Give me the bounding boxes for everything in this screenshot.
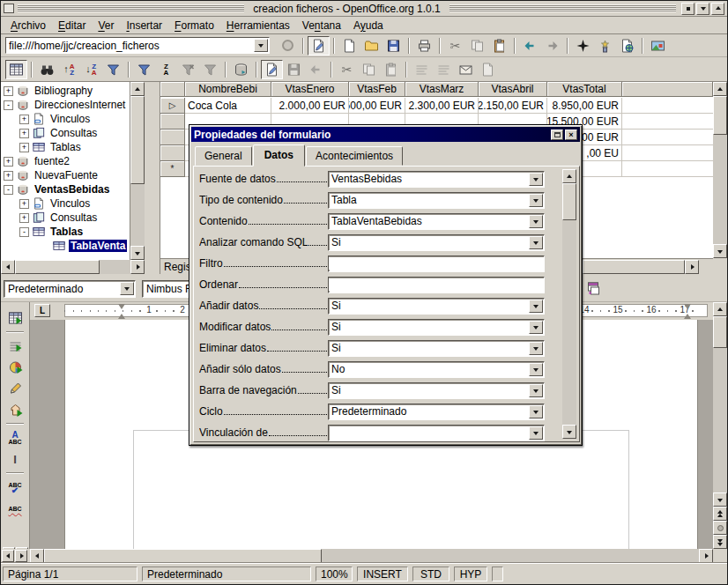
paste-button[interactable] xyxy=(488,36,510,56)
dropdown-button[interactable] xyxy=(529,300,543,313)
document-vertical-scrollbar[interactable] xyxy=(713,302,727,549)
apply-filter-button[interactable] xyxy=(199,60,221,79)
scroll-up-button[interactable] xyxy=(713,302,727,316)
expander[interactable]: - xyxy=(4,185,13,195)
table-cell[interactable]: 2.000,00 EUR xyxy=(271,98,349,114)
url-dropdown-button[interactable] xyxy=(254,39,268,52)
tree-item-tablas[interactable]: -Tablas xyxy=(1,225,130,239)
dialog-scrollbar[interactable] xyxy=(562,169,576,439)
bullets-button[interactable] xyxy=(583,279,605,299)
menu-ayuda[interactable]: Ayuda xyxy=(347,18,390,33)
expander[interactable]: + xyxy=(4,171,13,181)
anadir-datos-combobox[interactable]: Si xyxy=(328,298,545,315)
dialog-close-button[interactable]: × xyxy=(565,130,577,140)
menu-herramientas[interactable]: Herramientas xyxy=(220,18,296,33)
tree-item-tablas[interactable]: +Tablas xyxy=(1,140,130,154)
ciclo-combobox[interactable]: Predeterminado xyxy=(328,404,545,420)
menu-archivo[interactable]: Archivo xyxy=(4,18,52,33)
paragraph-style-combobox[interactable]: Predeterminado xyxy=(4,280,136,298)
standard-filter-button[interactable] xyxy=(133,60,155,79)
copy-button[interactable] xyxy=(358,60,380,79)
expander[interactable]: + xyxy=(19,199,29,209)
tab-type-selector[interactable]: L xyxy=(34,304,50,317)
tree-horizontal-scrollbar[interactable] xyxy=(1,260,145,274)
dialog-title-bar[interactable]: Propiedades del formulario × xyxy=(191,127,580,142)
tab-acontecimientos[interactable]: Acontecimientos xyxy=(306,146,403,166)
expander[interactable]: + xyxy=(4,157,13,167)
find-record-button[interactable] xyxy=(36,60,58,79)
tree-vertical-scrollbar[interactable] xyxy=(130,82,145,260)
refresh-button[interactable] xyxy=(230,60,252,79)
dropdown-button[interactable] xyxy=(529,173,543,186)
dropdown-button[interactable] xyxy=(529,384,543,397)
window-icon[interactable] xyxy=(4,4,14,13)
barra-navegacion-combobox[interactable]: Si xyxy=(328,382,545,399)
menu-ver[interactable]: Ver xyxy=(92,18,120,33)
selection-mode-indicator[interactable]: STD xyxy=(412,566,449,581)
menu-insertar[interactable]: Insertar xyxy=(120,18,168,33)
expander[interactable]: + xyxy=(19,213,29,223)
dropdown-button[interactable] xyxy=(529,215,543,228)
draw-functions-button[interactable] xyxy=(4,378,26,399)
open-button[interactable] xyxy=(360,36,383,56)
scrollbar-thumb[interactable] xyxy=(562,183,576,220)
row-marker[interactable] xyxy=(160,114,185,130)
undo-button[interactable] xyxy=(519,36,541,56)
scroll-right-button[interactable] xyxy=(130,260,145,274)
expander[interactable]: - xyxy=(19,227,29,237)
column-header-vtasenero[interactable]: VtasEnero xyxy=(271,82,349,97)
hyperlink-dialog-button[interactable] xyxy=(616,36,638,56)
tree-item-consultas[interactable]: +Consultas xyxy=(1,211,130,225)
cut-button[interactable]: ✂ xyxy=(336,60,358,79)
row-marker[interactable] xyxy=(160,130,185,145)
indent-marker[interactable] xyxy=(118,304,125,319)
scroll-down-button[interactable] xyxy=(713,244,727,258)
tree-item-vinculos[interactable]: +Vinculos xyxy=(1,112,130,126)
direct-cursor-button[interactable]: I xyxy=(4,448,26,470)
row-marker[interactable]: ▷ xyxy=(160,98,185,114)
menu-ventana[interactable]: Ventana xyxy=(296,18,347,33)
eliminar-datos-combobox[interactable]: Si xyxy=(328,340,545,357)
style-dropdown-button[interactable] xyxy=(120,282,134,295)
minimize-button[interactable] xyxy=(681,3,695,15)
scrollbar-thumb[interactable] xyxy=(713,96,727,135)
page-style-indicator[interactable]: Predeterminado xyxy=(142,566,311,581)
stylist-button[interactable] xyxy=(594,36,616,56)
scroll-down-button[interactable] xyxy=(713,492,727,507)
cut-button[interactable]: ✂ xyxy=(444,36,466,56)
filtro-input[interactable] xyxy=(329,257,544,270)
contenido-combobox[interactable]: TablaVentaBebidas xyxy=(328,213,545,230)
dropdown-button[interactable] xyxy=(529,426,543,440)
dropdown-button[interactable] xyxy=(529,236,543,249)
current-document-button[interactable] xyxy=(477,60,499,79)
expander[interactable]: + xyxy=(19,143,29,152)
tree-item-consultas[interactable]: +Consultas xyxy=(1,126,130,140)
dropdown-button[interactable] xyxy=(529,363,543,376)
new-record-marker[interactable]: * xyxy=(160,161,185,177)
insert-mode-indicator[interactable]: INSERT xyxy=(357,566,408,581)
dropdown-button[interactable] xyxy=(529,405,543,418)
insert-table-button[interactable] xyxy=(4,307,26,329)
column-header-vtasfeb[interactable]: VtasFeb xyxy=(349,82,405,97)
anadir-solo-datos-combobox[interactable]: No xyxy=(328,361,545,378)
document-horizontal-scrollbar[interactable] xyxy=(1,549,727,563)
dropdown-button[interactable] xyxy=(529,342,543,355)
dropdown-button[interactable] xyxy=(529,321,543,334)
toolbar-scroll-left-button[interactable] xyxy=(2,550,14,562)
expander[interactable]: - xyxy=(4,100,13,110)
autospellcheck-button[interactable]: ABC xyxy=(4,498,26,519)
tipo-de-contenido-combobox[interactable]: Tabla xyxy=(328,192,545,209)
autofilter-button[interactable] xyxy=(102,60,124,79)
analizar-sql-combobox[interactable]: Si xyxy=(328,234,545,251)
copy-button[interactable] xyxy=(466,36,488,56)
scroll-up-button[interactable] xyxy=(713,82,727,96)
maximize-button[interactable] xyxy=(711,3,724,15)
navigator-button[interactable] xyxy=(572,36,594,56)
filtro-field[interactable] xyxy=(328,255,545,272)
ordenar-field[interactable] xyxy=(328,277,545,293)
url-combobox[interactable] xyxy=(5,37,270,54)
tree-item-fuente2[interactable]: +fuente2 xyxy=(1,154,130,168)
title-bar[interactable]: creacion ficheros - OpenOffice.org 1.0.1 xyxy=(1,1,727,17)
tree-item-tablaventa[interactable]: TablaVenta xyxy=(1,239,130,253)
scrollbar-thumb[interactable] xyxy=(44,549,322,563)
